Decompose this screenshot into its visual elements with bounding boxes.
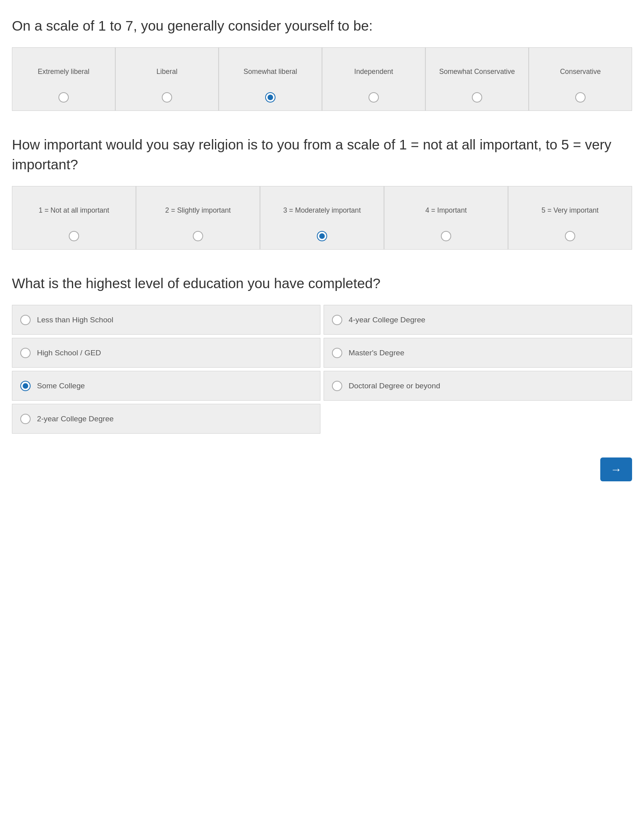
edu-radio-5[interactable] <box>332 381 342 391</box>
religion-option-0[interactable]: 1 = Not at all important <box>12 186 136 250</box>
edu-radio-0[interactable] <box>20 315 31 325</box>
political-option-2[interactable]: Somewhat liberal <box>219 47 322 111</box>
political-scale-options: Extremely liberalLiberalSomewhat liberal… <box>12 47 632 111</box>
education-question: What is the highest level of education y… <box>12 273 632 434</box>
education-options: Less than High School4-year College Degr… <box>12 305 632 434</box>
edu-radio-3[interactable] <box>332 348 342 358</box>
religion-option-2[interactable]: 3 = Moderately important <box>260 186 384 250</box>
edu-option-3[interactable]: Master's Degree <box>324 338 632 368</box>
political-scale-question: On a scale of 1 to 7, you generally cons… <box>12 16 632 111</box>
political-option-label-2: Somewhat liberal <box>244 56 297 87</box>
religion-option-1[interactable]: 2 = Slightly important <box>136 186 260 250</box>
political-option-label-4: Somewhat Conservative <box>439 56 515 87</box>
political-option-label-0: Extremely liberal <box>38 56 89 87</box>
religion-option-label-4: 5 = Very important <box>541 194 598 226</box>
religion-option-4[interactable]: 5 = Very important <box>508 186 632 250</box>
edu-radio-4[interactable] <box>20 381 31 391</box>
next-button[interactable]: → <box>600 457 632 481</box>
edu-option-label-5: Doctoral Degree or beyond <box>349 382 440 390</box>
arrow-icon: → <box>611 463 622 476</box>
political-option-label-5: Conservative <box>560 56 601 87</box>
religion-radio-1[interactable] <box>193 231 203 241</box>
edu-radio-1[interactable] <box>332 315 342 325</box>
political-option-1[interactable]: Liberal <box>115 47 219 111</box>
edu-option-5[interactable]: Doctoral Degree or beyond <box>324 371 632 401</box>
religion-option-label-1: 2 = Slightly important <box>165 194 231 226</box>
political-radio-0[interactable] <box>58 92 69 103</box>
education-text: What is the highest level of education y… <box>12 273 632 293</box>
religion-option-label-3: 4 = Important <box>425 194 467 226</box>
religion-option-label-0: 1 = Not at all important <box>39 194 109 226</box>
edu-option-label-2: High School / GED <box>37 349 101 357</box>
religion-scale-text: How important would you say religion is … <box>12 135 632 174</box>
religion-option-label-2: 3 = Moderately important <box>283 194 361 226</box>
religion-scale-options: 1 = Not at all important2 = Slightly imp… <box>12 186 632 250</box>
edu-option-label-4: Some College <box>37 382 85 390</box>
bottom-navigation: → <box>12 457 632 481</box>
political-radio-4[interactable] <box>472 92 482 103</box>
political-radio-3[interactable] <box>369 92 379 103</box>
edu-option-2[interactable]: High School / GED <box>12 338 320 368</box>
religion-radio-4[interactable] <box>565 231 575 241</box>
edu-option-label-1: 4-year College Degree <box>349 316 425 324</box>
political-radio-5[interactable] <box>575 92 586 103</box>
religion-scale-question: How important would you say religion is … <box>12 135 632 250</box>
religion-radio-3[interactable] <box>441 231 451 241</box>
edu-radio-6[interactable] <box>20 414 31 424</box>
edu-option-0[interactable]: Less than High School <box>12 305 320 335</box>
edu-option-6[interactable]: 2-year College Degree <box>12 404 320 434</box>
political-option-0[interactable]: Extremely liberal <box>12 47 115 111</box>
edu-radio-2[interactable] <box>20 348 31 358</box>
religion-option-3[interactable]: 4 = Important <box>384 186 508 250</box>
edu-option-4[interactable]: Some College <box>12 371 320 401</box>
political-scale-text: On a scale of 1 to 7, you generally cons… <box>12 16 632 35</box>
political-option-label-1: Liberal <box>157 56 178 87</box>
political-option-3[interactable]: Independent <box>322 47 425 111</box>
edu-option-label-6: 2-year College Degree <box>37 415 114 423</box>
political-option-label-3: Independent <box>354 56 393 87</box>
edu-option-1[interactable]: 4-year College Degree <box>324 305 632 335</box>
political-radio-1[interactable] <box>162 92 172 103</box>
edu-option-label-0: Less than High School <box>37 316 113 324</box>
edu-option-label-3: Master's Degree <box>349 349 404 357</box>
religion-radio-2[interactable] <box>317 231 327 241</box>
political-option-5[interactable]: Conservative <box>529 47 632 111</box>
political-radio-2[interactable] <box>265 92 275 103</box>
religion-radio-0[interactable] <box>69 231 79 241</box>
political-option-4[interactable]: Somewhat Conservative <box>425 47 529 111</box>
